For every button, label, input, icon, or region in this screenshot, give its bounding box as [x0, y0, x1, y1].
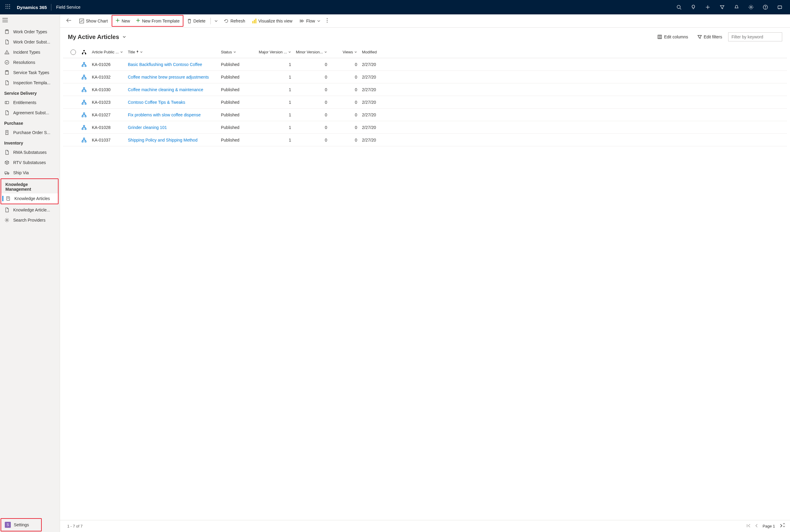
- new-from-template-button[interactable]: New From Template: [133, 16, 183, 26]
- table-row[interactable]: KA-01027Fix problems with slow coffee di…: [63, 109, 787, 121]
- lightbulb-icon[interactable]: [688, 0, 698, 14]
- svg-rect-60: [82, 91, 83, 92]
- svg-point-8: [9, 8, 10, 9]
- sidebar-item[interactable]: Work Order Subst...: [0, 37, 60, 47]
- svg-rect-17: [778, 6, 782, 9]
- filter-icon[interactable]: [717, 0, 727, 14]
- delete-dropdown[interactable]: [213, 17, 220, 24]
- sidebar-item[interactable]: Purchase Order S...: [0, 128, 60, 138]
- bell-icon[interactable]: [732, 0, 741, 14]
- sidebar-item[interactable]: Resolutions: [0, 57, 60, 68]
- hierarchy-icon[interactable]: [79, 112, 89, 117]
- sidebar-item[interactable]: Inspection Templa...: [0, 78, 60, 88]
- cell-title-link[interactable]: Coffee machine cleaning & maintenance: [126, 87, 219, 92]
- cell-title-link[interactable]: Basic Backflushing with Contoso Coffee: [126, 62, 219, 67]
- filter-keyword-input[interactable]: [728, 32, 782, 41]
- svg-point-0: [6, 4, 6, 5]
- new-button[interactable]: New: [113, 16, 133, 26]
- app-launcher-icon[interactable]: [3, 4, 13, 10]
- table-row[interactable]: KA-01028Grinder cleaning 101Published100…: [63, 121, 787, 134]
- doc-icon: [4, 39, 10, 45]
- gear-icon[interactable]: [746, 0, 756, 14]
- hierarchy-icon[interactable]: [79, 62, 89, 67]
- select-all-checkbox[interactable]: [68, 50, 79, 55]
- plus-icon[interactable]: [703, 0, 713, 14]
- chevron-updown-icon[interactable]: [782, 523, 786, 528]
- col-status[interactable]: Status: [219, 50, 255, 54]
- chevron-down-icon: [120, 50, 123, 54]
- refresh-button[interactable]: Refresh: [221, 16, 248, 26]
- hierarchy-icon[interactable]: [79, 75, 89, 79]
- visualize-button[interactable]: Visualize this view: [250, 16, 295, 26]
- hierarchy-column-icon[interactable]: [79, 50, 89, 55]
- cell-modified: 2/27/20: [360, 112, 384, 117]
- cell-title-link[interactable]: Contoso Coffee Tips & Tweaks: [126, 100, 219, 104]
- hierarchy-icon[interactable]: [79, 87, 89, 92]
- delete-button[interactable]: Delete: [184, 16, 208, 26]
- group-service-delivery: Service Delivery: [0, 88, 60, 97]
- col-minor-version[interactable]: Minor Version...: [294, 50, 330, 54]
- sidebar-item[interactable]: Ship Via: [0, 168, 60, 178]
- sidebar-item[interactable]: Search Providers: [0, 215, 60, 225]
- sidebar-item[interactable]: Work Order Types: [0, 27, 60, 37]
- edit-filters-button[interactable]: Edit filters: [694, 33, 725, 41]
- pager: Page 1: [747, 524, 783, 528]
- flow-button[interactable]: Flow: [297, 16, 324, 26]
- svg-rect-61: [85, 91, 86, 92]
- sidebar-item[interactable]: RMA Substatuses: [0, 147, 60, 157]
- grid-scroll[interactable]: Article Public ... Title Status Major Ve…: [60, 46, 790, 520]
- back-button[interactable]: [62, 16, 75, 26]
- svg-point-7: [7, 8, 8, 9]
- brand-label[interactable]: Dynamics 365: [13, 5, 51, 10]
- prev-page-button[interactable]: [755, 524, 758, 528]
- hamburger-icon[interactable]: [0, 14, 60, 27]
- view-title[interactable]: My Active Articles: [68, 34, 119, 40]
- table-row[interactable]: KA-01023Contoso Coffee Tips & TweaksPubl…: [63, 96, 787, 109]
- edit-columns-button[interactable]: Edit columns: [654, 33, 691, 41]
- col-title[interactable]: Title: [126, 50, 219, 54]
- area-switcher[interactable]: S Settings: [1, 519, 41, 531]
- sidebar-item[interactable]: Knowledge Articles: [1, 193, 58, 204]
- sidebar-item[interactable]: Incident Types: [0, 47, 60, 57]
- first-page-button[interactable]: [747, 524, 751, 528]
- col-modified[interactable]: Modified: [360, 50, 384, 54]
- svg-point-14: [750, 6, 752, 8]
- svg-rect-55: [85, 65, 86, 66]
- help-icon[interactable]: [760, 0, 770, 14]
- hierarchy-icon[interactable]: [79, 125, 89, 130]
- sidebar-item[interactable]: Agreement Subst...: [0, 108, 60, 118]
- table-row[interactable]: KA-01030Coffee machine cleaning & mainte…: [63, 83, 787, 96]
- table-row[interactable]: KA-01026Basic Backflushing with Contoso …: [63, 58, 787, 71]
- sidebar-item[interactable]: RTV Substatuses: [0, 157, 60, 168]
- svg-point-2: [9, 4, 10, 5]
- cell-title-link[interactable]: Coffee machine brew pressure adjustments: [126, 75, 219, 79]
- hierarchy-icon[interactable]: [79, 138, 89, 142]
- app-name-label[interactable]: Field Service: [51, 5, 85, 10]
- svg-point-6: [6, 8, 6, 9]
- sidebar-item[interactable]: Knowledge Article...: [0, 205, 60, 215]
- top-nav-bar: Dynamics 365 Field Service: [0, 0, 790, 14]
- more-commands-button[interactable]: [325, 16, 330, 26]
- col-major-version[interactable]: Major Version ...: [255, 50, 294, 54]
- cell-title-link[interactable]: Shipping Policy and Shipping Method: [126, 138, 219, 142]
- receipt-icon: [4, 130, 10, 135]
- hierarchy-icon[interactable]: [79, 100, 89, 104]
- ticket-icon: [4, 100, 10, 105]
- sidebar-item[interactable]: Service Task Types: [0, 68, 60, 78]
- edit-filters-label: Edit filters: [704, 35, 722, 39]
- show-chart-button[interactable]: Show Chart: [76, 16, 111, 26]
- sidebar-item[interactable]: Entitlements: [0, 97, 60, 108]
- cell-title-link[interactable]: Grinder cleaning 101: [126, 125, 219, 130]
- filter-input[interactable]: [732, 35, 779, 39]
- chevron-down-icon[interactable]: [122, 35, 126, 39]
- svg-point-45: [327, 20, 328, 21]
- search-icon[interactable]: [674, 0, 684, 14]
- col-views[interactable]: Views: [330, 50, 360, 54]
- col-article-public[interactable]: Article Public ...: [89, 50, 126, 54]
- table-row[interactable]: KA-01037Shipping Policy and Shipping Met…: [63, 134, 787, 146]
- cell-title-link[interactable]: Fix problems with slow coffee dispense: [126, 112, 219, 117]
- svg-point-35: [8, 174, 9, 174]
- table-row[interactable]: KA-01032Coffee machine brew pressure adj…: [63, 71, 787, 83]
- assistant-icon[interactable]: [775, 0, 785, 14]
- chevron-down-icon: [233, 50, 236, 54]
